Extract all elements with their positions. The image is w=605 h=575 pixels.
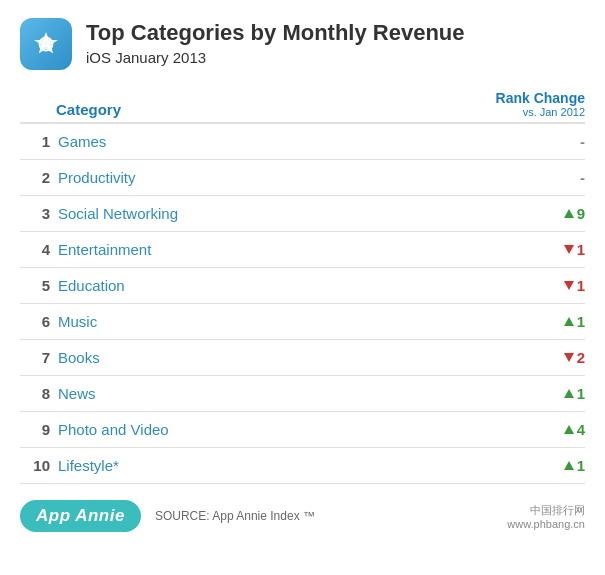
table-row: 7 Books 2 xyxy=(20,340,585,376)
header: Top Categories by Monthly Revenue iOS Ja… xyxy=(0,0,605,82)
header-text: Top Categories by Monthly Revenue iOS Ja… xyxy=(86,20,465,67)
row-category-name: Books xyxy=(58,349,100,366)
row-number: 1 xyxy=(20,133,50,150)
row-category-name: News xyxy=(58,385,96,402)
row-number: 10 xyxy=(20,457,50,474)
footer-watermark: 中国排行网 www.phbang.cn xyxy=(507,503,585,530)
row-category-name: Music xyxy=(58,313,97,330)
row-number: 4 xyxy=(20,241,50,258)
arrow-down-icon xyxy=(564,281,574,290)
rank-change: - xyxy=(545,169,585,186)
rank-change: 1 xyxy=(545,385,585,402)
app-store-icon xyxy=(20,18,72,70)
header-title: Top Categories by Monthly Revenue xyxy=(86,20,465,46)
row-category-name: Social Networking xyxy=(58,205,178,222)
table-row: 4 Entertainment 1 xyxy=(20,232,585,268)
app-annie-badge: App Annie xyxy=(20,500,141,532)
arrow-down-icon xyxy=(564,245,574,254)
table-row: 10 Lifestyle* 1 xyxy=(20,448,585,484)
table-row: 8 News 1 xyxy=(20,376,585,412)
row-number: 7 xyxy=(20,349,50,366)
rank-change: 4 xyxy=(545,421,585,438)
row-number: 8 xyxy=(20,385,50,402)
row-left: 3 Social Networking xyxy=(20,205,178,222)
arrow-up-icon xyxy=(564,317,574,326)
arrow-up-icon xyxy=(564,209,574,218)
row-category-name: Education xyxy=(58,277,125,294)
rank-change: 1 xyxy=(545,241,585,258)
category-column-header: Category xyxy=(20,101,121,118)
rank-change: 1 xyxy=(545,457,585,474)
row-left: 8 News xyxy=(20,385,96,402)
arrow-up-icon xyxy=(564,425,574,434)
row-left: 5 Education xyxy=(20,277,125,294)
table-row: 9 Photo and Video 4 xyxy=(20,412,585,448)
rank-change: 1 xyxy=(545,313,585,330)
arrow-down-icon xyxy=(564,353,574,362)
row-category-name: Lifestyle* xyxy=(58,457,119,474)
row-number: 9 xyxy=(20,421,50,438)
table-row: 5 Education 1 xyxy=(20,268,585,304)
rank-change: 1 xyxy=(545,277,585,294)
row-left: 9 Photo and Video xyxy=(20,421,169,438)
main-container: Top Categories by Monthly Revenue iOS Ja… xyxy=(0,0,605,542)
row-category-name: Games xyxy=(58,133,106,150)
row-number: 3 xyxy=(20,205,50,222)
row-left: 7 Books xyxy=(20,349,100,366)
footer: App Annie SOURCE: App Annie Index ™ 中国排行… xyxy=(0,488,605,542)
arrow-up-icon xyxy=(564,389,574,398)
row-number: 2 xyxy=(20,169,50,186)
row-left: 6 Music xyxy=(20,313,97,330)
table-body: 1 Games - 2 Productivity - 3 Social Netw… xyxy=(20,124,585,484)
header-subtitle: iOS January 2013 xyxy=(86,47,465,68)
row-category-name: Photo and Video xyxy=(58,421,169,438)
row-number: 6 xyxy=(20,313,50,330)
row-left: 2 Productivity xyxy=(20,169,136,186)
table-row: 3 Social Networking 9 xyxy=(20,196,585,232)
rank-change: - xyxy=(545,133,585,150)
footer-left: App Annie SOURCE: App Annie Index ™ xyxy=(20,500,315,532)
table-row: 6 Music 1 xyxy=(20,304,585,340)
table-container: Category Rank Change vs. Jan 2012 1 Game… xyxy=(0,82,605,484)
footer-source: SOURCE: App Annie Index ™ xyxy=(155,509,315,523)
arrow-up-icon xyxy=(564,461,574,470)
row-number: 5 xyxy=(20,277,50,294)
table-row: 2 Productivity - xyxy=(20,160,585,196)
row-left: 10 Lifestyle* xyxy=(20,457,119,474)
table-header: Category Rank Change vs. Jan 2012 xyxy=(20,82,585,124)
row-category-name: Productivity xyxy=(58,169,136,186)
row-left: 4 Entertainment xyxy=(20,241,151,258)
row-left: 1 Games xyxy=(20,133,106,150)
rank-change: 9 xyxy=(545,205,585,222)
rank-change: 2 xyxy=(545,349,585,366)
row-category-name: Entertainment xyxy=(58,241,151,258)
table-row: 1 Games - xyxy=(20,124,585,160)
rank-column-header: Rank Change vs. Jan 2012 xyxy=(496,90,585,118)
